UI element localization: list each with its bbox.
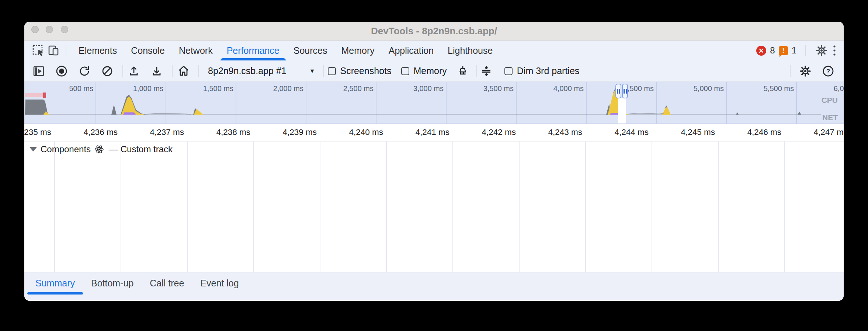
inspect-element-button[interactable] bbox=[32, 44, 45, 57]
show-sidebar-button[interactable] bbox=[32, 65, 45, 77]
cpu-activity-chart bbox=[24, 82, 844, 124]
capture-settings-button[interactable] bbox=[799, 65, 812, 78]
gridline bbox=[386, 142, 387, 272]
three-dot-menu-icon bbox=[832, 44, 837, 57]
device-toolbar-icon bbox=[47, 44, 60, 57]
save-profile-button[interactable] bbox=[150, 65, 163, 77]
grip-icon bbox=[626, 89, 627, 94]
detail-tick-label: 4,245 ms bbox=[641, 128, 715, 137]
help-button[interactable]: ? bbox=[822, 65, 835, 78]
gridline bbox=[718, 142, 719, 272]
tabbar-lead-icons bbox=[32, 44, 72, 57]
load-profile-button[interactable] bbox=[128, 65, 140, 77]
dim-3rd-parties-checkbox[interactable] bbox=[504, 67, 513, 75]
memory-label[interactable]: Memory bbox=[414, 66, 447, 76]
devtools-tabbar: ElementsConsoleNetworkPerformanceSources… bbox=[24, 41, 844, 60]
timeline-overview[interactable]: 500 ms 1,000 ms 1,500 ms 2,000 ms 2,500 … bbox=[24, 82, 844, 124]
divider bbox=[122, 65, 123, 77]
detail-tick-label: 4,239 ms bbox=[243, 128, 317, 137]
target-selector-value: 8p2n9n.csb.app #1 bbox=[208, 66, 287, 76]
divider bbox=[805, 45, 806, 56]
selection-left-handle[interactable] bbox=[615, 84, 621, 98]
grip-icon bbox=[619, 89, 620, 94]
grip-icon bbox=[617, 89, 618, 94]
clear-icon bbox=[101, 65, 114, 77]
record-and-reload-button[interactable] bbox=[78, 65, 91, 77]
error-badge-icon[interactable] bbox=[756, 46, 766, 56]
clear-button[interactable] bbox=[101, 65, 114, 77]
bottom-tab[interactable]: Call tree bbox=[142, 272, 192, 294]
inspect-cursor-icon bbox=[32, 44, 45, 57]
divider bbox=[323, 65, 324, 77]
collapse-triangle-icon[interactable] bbox=[29, 147, 37, 151]
maximize-window-button[interactable] bbox=[61, 26, 68, 33]
memory-checkbox-group: Memory bbox=[401, 66, 447, 76]
collapse-sections-button[interactable] bbox=[480, 65, 493, 77]
gridline bbox=[253, 142, 254, 272]
svg-text:?: ? bbox=[826, 68, 830, 75]
gear-icon bbox=[815, 44, 828, 57]
minimize-window-button[interactable] bbox=[46, 26, 53, 33]
gridline bbox=[54, 142, 55, 272]
cpu-lane-label: CPU bbox=[757, 96, 838, 105]
detail-tick-label: 4,243 ms bbox=[508, 128, 582, 137]
gridline bbox=[452, 142, 453, 272]
detail-tick-label: 4,238 ms bbox=[177, 128, 250, 137]
bottom-tab[interactable]: Bottom-up bbox=[83, 272, 142, 294]
record-button[interactable] bbox=[55, 65, 68, 77]
record-icon bbox=[55, 65, 68, 77]
desktop-background: DevTools - 8p2n9n.csb.app/ bbox=[0, 0, 868, 331]
upload-icon bbox=[128, 65, 140, 77]
panel-tab[interactable]: Performance bbox=[220, 41, 287, 60]
panel-tab[interactable]: Console bbox=[124, 41, 172, 60]
selection-window[interactable] bbox=[618, 98, 626, 123]
tabbar-status: 8 ! 1 bbox=[756, 44, 837, 57]
panel-tab[interactable]: Lighthouse bbox=[441, 41, 500, 60]
panel-tab[interactable]: Elements bbox=[72, 41, 124, 60]
flame-chart-area[interactable]: Components — Custom track HomePageVideoV… bbox=[24, 142, 844, 272]
issues-badge-icon[interactable]: ! bbox=[779, 46, 788, 55]
react-atom-icon bbox=[94, 144, 104, 154]
settings-button[interactable] bbox=[815, 44, 828, 57]
more-options-button[interactable] bbox=[832, 44, 837, 57]
detail-time-ruler: 4,235 ms 4,236 ms 4,237 ms 4,238 ms 4,23… bbox=[24, 124, 844, 142]
divider bbox=[172, 65, 173, 77]
dock-panel-icon bbox=[32, 65, 45, 77]
bottom-tabs: SummaryBottom-upCall treeEvent log bbox=[27, 272, 247, 294]
divider bbox=[66, 45, 66, 56]
components-track-header[interactable]: Components — Custom track bbox=[24, 143, 173, 155]
panel-tab[interactable]: Memory bbox=[334, 41, 381, 60]
help-icon: ? bbox=[822, 65, 835, 78]
screenshots-label[interactable]: Screenshots bbox=[340, 66, 392, 76]
error-count[interactable]: 8 bbox=[770, 45, 775, 56]
bottom-tabbar: SummaryBottom-upCall treeEvent log bbox=[24, 272, 844, 301]
panel-tab[interactable]: Sources bbox=[287, 41, 334, 60]
screenshots-checkbox[interactable] bbox=[328, 67, 336, 75]
track-title: Components bbox=[41, 144, 91, 154]
track-subtitle: — Custom track bbox=[109, 144, 173, 154]
detail-tick-label: 4,236 ms bbox=[44, 128, 118, 137]
issue-count[interactable]: 1 bbox=[792, 45, 796, 56]
detail-tick-label: 4,241 ms bbox=[376, 128, 449, 137]
chevron-down-icon: ▼ bbox=[309, 68, 315, 74]
toggle-device-toolbar-button[interactable] bbox=[47, 44, 60, 57]
panel-tab[interactable]: Application bbox=[382, 41, 441, 60]
bottom-tab[interactable]: Summary bbox=[27, 272, 83, 294]
window-title: DevTools - 8p2n9n.csb.app/ bbox=[24, 22, 844, 40]
error-x-icon bbox=[758, 48, 764, 53]
close-window-button[interactable] bbox=[31, 26, 39, 33]
grip-icon bbox=[624, 89, 625, 94]
gridline bbox=[784, 142, 785, 272]
collect-garbage-button[interactable] bbox=[456, 65, 469, 77]
detail-tick-label: 4,244 ms bbox=[575, 128, 649, 137]
bottom-tab[interactable]: Event log bbox=[192, 272, 247, 294]
selection-right-handle[interactable] bbox=[622, 84, 628, 98]
target-selector-dropdown[interactable]: 8p2n9n.csb.app #1 ▼ bbox=[208, 66, 315, 76]
detail-tick-label: 4,237 ms bbox=[110, 128, 184, 137]
panel-tab[interactable]: Network bbox=[172, 41, 220, 60]
detail-tick-label: 4,240 ms bbox=[309, 128, 383, 137]
memory-checkbox[interactable] bbox=[401, 67, 409, 75]
gridline bbox=[320, 142, 320, 272]
dim-3rd-parties-label[interactable]: Dim 3rd parties bbox=[517, 66, 580, 76]
live-metrics-button[interactable] bbox=[177, 65, 190, 78]
